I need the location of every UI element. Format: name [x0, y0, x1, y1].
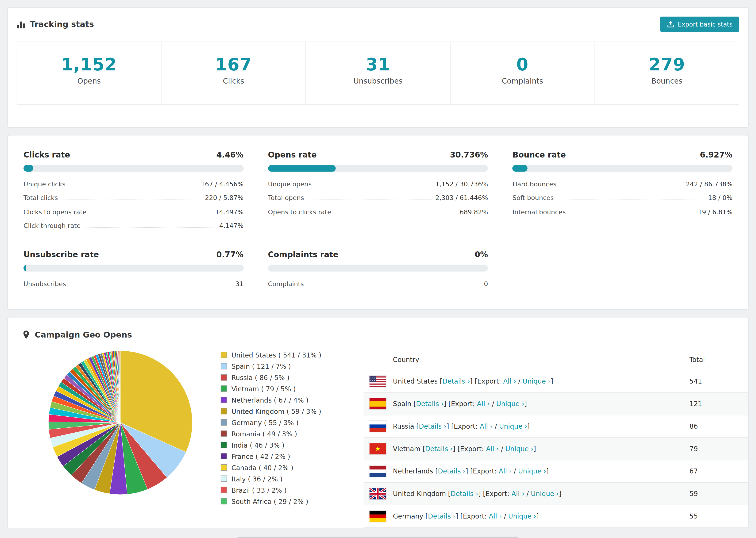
bracket: ]	[465, 467, 468, 475]
stat-label: Bounces	[595, 77, 739, 86]
export-basic-stats-button[interactable]: Export basic stats	[660, 17, 739, 32]
legend-swatch	[221, 498, 227, 505]
export-unique-link[interactable]: Unique ›	[496, 400, 524, 407]
dotted-leader	[335, 214, 456, 214]
legend-label: Spain ( 121 / 7% )	[232, 362, 291, 370]
export-unique-link[interactable]: Unique ›	[508, 512, 536, 520]
legend-swatch	[221, 430, 227, 437]
geo-opens-pie-chart[interactable]	[47, 349, 194, 496]
country-name: Spain	[393, 400, 411, 407]
export-all-link[interactable]: All ›	[503, 377, 516, 385]
table-row: United Kingdom [Details ›] [Export: All …	[363, 483, 748, 505]
rate-row: Unique clicks167 / 4.456%	[24, 177, 243, 190]
bracket: ]	[551, 377, 553, 385]
progress-fill	[268, 165, 336, 172]
stat-label: Unsubscribes	[306, 77, 450, 86]
dotted-leader	[315, 186, 431, 186]
bracket: [	[413, 400, 416, 407]
geo-opens-card: Campaign Geo Opens United States ( 541 /…	[7, 317, 748, 528]
export-unique-link[interactable]: Unique ›	[499, 422, 527, 430]
rate-row-label: Click through rate	[24, 222, 81, 229]
rate-row-value: 1,152 / 30.736%	[435, 180, 488, 188]
details-link[interactable]: Details ›	[438, 467, 465, 475]
progress-fill	[513, 165, 528, 172]
export-all-link[interactable]: All ›	[499, 467, 512, 475]
column-header-total: Total	[689, 355, 743, 363]
details-link[interactable]: Details ›	[416, 400, 444, 407]
horizontal-scrollbar-thumb[interactable]	[237, 537, 519, 538]
details-link[interactable]: Details ›	[425, 445, 453, 452]
legend-label: Canada ( 40 / 2% )	[232, 463, 294, 471]
dotted-leader	[561, 186, 682, 186]
dotted-leader	[70, 186, 197, 186]
rate-value: 0%	[475, 250, 488, 259]
export-unique-link[interactable]: Unique ›	[531, 490, 559, 497]
bracket: [	[423, 445, 425, 452]
stat-bounces: 279Bounces	[595, 42, 739, 104]
export-unique-link[interactable]: Unique ›	[518, 467, 546, 475]
dashboard: Tracking stats Export basic stats 1,152O…	[0, 0, 756, 538]
rate-block-complaints: Complaints rate0% Complaints0	[268, 250, 488, 290]
slash: /	[514, 467, 516, 475]
details-link[interactable]: Details ›	[419, 422, 447, 430]
details-link[interactable]: Details ›	[451, 490, 478, 497]
rate-row-value: 4.147%	[219, 222, 243, 229]
legend-item: United States ( 541 / 31% )	[221, 351, 344, 359]
rate-row-value: 220 / 5.87%	[205, 194, 243, 201]
rate-row-value: 167 / 4.456%	[201, 180, 243, 188]
progress-bar	[268, 165, 488, 172]
legend-item: Germany ( 55 / 3% )	[221, 418, 344, 426]
details-link[interactable]: Details ›	[428, 512, 456, 520]
bracket: ]	[444, 400, 446, 407]
export-prefix: [Export:	[458, 445, 484, 452]
legend-swatch	[221, 363, 227, 369]
country-total: 86	[689, 422, 743, 430]
export-unique-link[interactable]: Unique ›	[523, 377, 551, 385]
rate-row-label: Total clicks	[24, 194, 58, 201]
country-total: 121	[689, 400, 743, 407]
rate-value: 30.736%	[450, 150, 488, 160]
rate-value: 4.46%	[216, 150, 243, 160]
stat-complaints: 0Complaints	[451, 42, 595, 104]
legend-item: France ( 42 / 2% )	[221, 452, 344, 460]
rate-block-clicks: Clicks rate4.46% Unique clicks167 / 4.45…	[24, 150, 243, 232]
legend-item: Spain ( 121 / 7% )	[221, 362, 344, 370]
legend-item: India ( 46 / 3% )	[221, 441, 344, 449]
country-total: 55	[689, 512, 743, 520]
country-total: 67	[689, 467, 743, 475]
country-name: Netherlands	[393, 467, 433, 475]
export-all-link[interactable]: All ›	[477, 400, 490, 407]
export-all-link[interactable]: All ›	[480, 422, 493, 430]
rate-row: Opens to clicks rate689.82%	[268, 204, 488, 218]
bracket: [	[448, 490, 451, 497]
legend-label: South Africa ( 29 / 2% )	[232, 497, 308, 505]
export-all-link[interactable]: All ›	[486, 445, 499, 452]
legend-swatch	[221, 397, 227, 403]
tracking-stats-header: Tracking stats Export basic stats	[8, 8, 748, 38]
table-row: Spain [Details ›] [Export: All › / Uniqu…	[363, 393, 748, 415]
rate-row-value: 18 / 0%	[708, 194, 732, 201]
bracket: ]	[470, 377, 473, 385]
stat-clicks: 167Clicks	[162, 42, 306, 104]
legend-item: Vietnam ( 79 / 5% )	[221, 385, 344, 393]
bracket: ]	[478, 490, 481, 497]
table-row: Russia [Details ›] [Export: All › / Uniq…	[363, 415, 748, 438]
export-all-link[interactable]: All ›	[512, 490, 524, 497]
export-prefix: [Export:	[483, 490, 510, 497]
export-unique-link[interactable]: Unique ›	[506, 445, 533, 452]
legend-swatch	[221, 476, 227, 482]
rate-row-label: Clicks to opens rate	[24, 208, 86, 215]
stat-value: 167	[162, 55, 305, 74]
export-all-link[interactable]: All ›	[489, 512, 502, 520]
bracket: [	[425, 512, 428, 520]
page: Tracking stats Export basic stats 1,152O…	[0, 0, 756, 538]
flag-vietnam-icon	[369, 443, 386, 454]
flag-united-kingdom-icon	[369, 488, 386, 499]
bracket: ]	[456, 512, 458, 520]
rate-row: Click through rate4.147%	[24, 219, 243, 232]
rate-row-label: Soft bounces	[513, 194, 554, 201]
country-total: 79	[689, 445, 743, 452]
details-link[interactable]: Details ›	[442, 377, 470, 385]
progress-bar	[24, 165, 243, 172]
bracket: ]	[527, 422, 530, 430]
